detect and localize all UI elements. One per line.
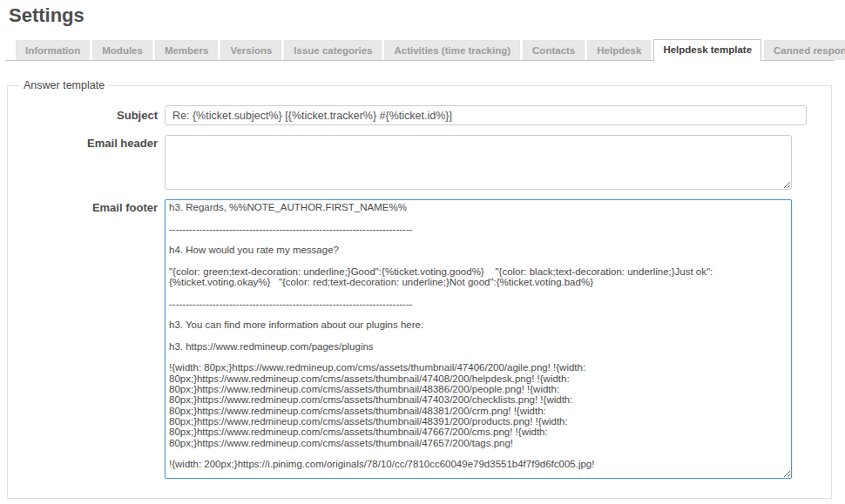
tab-activities-time-tracking[interactable]: Activities (time tracking) <box>384 40 520 60</box>
subject-row: Subject <box>8 105 831 125</box>
email-footer-label: Email footer <box>8 199 165 214</box>
page-title: Settings <box>9 4 845 27</box>
answer-template-legend: Answer template <box>19 79 109 91</box>
email-header-row: Email header <box>8 135 831 190</box>
tab-modules[interactable]: Modules <box>92 40 152 60</box>
email-footer-row: Email footer h3. Regards, %%NOTE_AUTHOR.… <box>8 199 831 479</box>
tab-helpdesk[interactable]: Helpdesk <box>587 40 651 60</box>
tab-canned-responses[interactable]: Canned responses <box>764 40 845 60</box>
tab-versions[interactable]: Versions <box>220 40 281 60</box>
tab-bar: InformationModulesMembersVersionsIssue c… <box>5 38 834 61</box>
subject-label: Subject <box>8 105 165 122</box>
tab-members[interactable]: Members <box>155 40 219 60</box>
email-footer-textarea[interactable]: h3. Regards, %%NOTE_AUTHOR.FIRST_NAME%% … <box>165 199 792 479</box>
tab-contacts[interactable]: Contacts <box>523 40 585 60</box>
tab-helpdesk-template[interactable]: Helpdesk template <box>653 39 761 61</box>
subject-input[interactable] <box>165 105 807 125</box>
email-header-textarea[interactable] <box>165 135 792 190</box>
email-header-label: Email header <box>8 135 165 150</box>
tab-list: InformationModulesMembersVersionsIssue c… <box>16 39 845 60</box>
answer-template-fieldset: Answer template Subject Email header Ema… <box>7 79 832 499</box>
tab-issue-categories[interactable]: Issue categories <box>284 40 382 60</box>
tab-information[interactable]: Information <box>16 40 90 60</box>
